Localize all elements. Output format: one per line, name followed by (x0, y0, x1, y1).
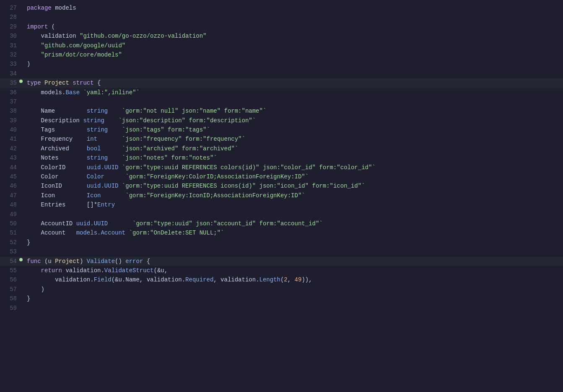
line-code: ) (23, 285, 563, 294)
line-number: 35 (0, 78, 23, 88)
code-line: 40 Tags string `json:"tags" form:"tags"` (0, 125, 563, 134)
line-code: validation "github.com/go-ozzo/ozzo-vali… (23, 31, 563, 41)
line-number: 28 (0, 13, 23, 22)
line-number: 55 (0, 266, 23, 275)
line-number: 42 (0, 144, 23, 153)
code-line: 58} (0, 294, 563, 303)
line-code: models.Base `yaml:",inline"` (23, 88, 563, 97)
code-line: 27package models (0, 3, 563, 13)
code-line: 59 (0, 304, 563, 313)
line-number: 50 (0, 219, 23, 228)
code-line: 55 return validation.ValidateStruct(&u, (0, 266, 563, 275)
code-line: 29import ( (0, 22, 563, 31)
code-line: 51 Account models.Account `gorm:"OnDelet… (0, 228, 563, 237)
code-line: 45 Color Color `gorm:"ForeignKey:ColorID… (0, 172, 563, 181)
line-number: 56 (0, 275, 23, 284)
line-number: 52 (0, 238, 23, 247)
code-line: 52} (0, 238, 563, 247)
line-code: Color Color `gorm:"ForeignKey:ColorID;As… (23, 172, 563, 181)
line-number: 46 (0, 181, 23, 191)
line-code: Tags string `json:"tags" form:"tags"` (23, 125, 563, 134)
line-code: } (23, 238, 563, 247)
line-number: 33 (0, 59, 23, 69)
line-number: 54 (0, 257, 23, 266)
code-line: 38 Name string `gorm:"not null" json:"na… (0, 106, 563, 116)
code-line: 36 models.Base `yaml:",inline"` (0, 88, 563, 97)
line-number: 57 (0, 285, 23, 294)
code-line: 42 Archived bool `json:"archived" form:"… (0, 144, 563, 153)
code-line: 50 AccountID uuid.UUID `gorm:"type:uuid"… (0, 219, 563, 228)
line-number: 43 (0, 153, 23, 162)
line-number: 38 (0, 106, 23, 116)
line-code: IconID uuid.UUID `gorm:"type:uuid REFERE… (23, 181, 563, 191)
line-code: Account models.Account `gorm:"OnDelete:S… (23, 228, 563, 237)
code-line: 37 (0, 97, 563, 106)
line-number: 30 (0, 31, 23, 41)
line-code: return validation.ValidateStruct(&u, (23, 266, 563, 275)
line-number: 41 (0, 134, 23, 144)
line-code: ColorID uuid.UUID `gorm:"type:uuid REFER… (23, 163, 563, 172)
line-number: 48 (0, 200, 23, 209)
line-code: "github.com/google/uuid" (23, 41, 563, 50)
line-number: 53 (0, 247, 23, 256)
line-code: ) (23, 59, 563, 69)
code-line: 33) (0, 59, 563, 69)
line-code: Entries []*Entry (23, 200, 563, 209)
line-code: Frequency int `json:"frequency" form:"fr… (23, 134, 563, 144)
line-number: 49 (0, 210, 23, 219)
line-number: 59 (0, 304, 23, 313)
line-number: 44 (0, 163, 23, 172)
line-number: 36 (0, 88, 23, 97)
line-number: 51 (0, 228, 23, 237)
code-line: 54func (u Project) Validate() error { (0, 257, 563, 266)
code-line: 32 "prism/dot/core/models" (0, 50, 563, 59)
code-line: 28 (0, 13, 563, 22)
line-number: 29 (0, 22, 23, 31)
line-number: 37 (0, 97, 23, 106)
line-code: package models (23, 3, 563, 13)
line-number: 31 (0, 41, 23, 50)
line-number: 58 (0, 294, 23, 303)
line-code: Name string `gorm:"not null" json:"name"… (23, 106, 563, 116)
line-number: 39 (0, 116, 23, 125)
code-line: 47 Icon Icon `gorm:"ForeignKey:IconID;As… (0, 191, 563, 200)
line-number: 32 (0, 50, 23, 59)
line-code: Archived bool `json:"archived" form:"arc… (23, 144, 563, 153)
line-code: Notes string `json:"notes" form:"notes"` (23, 153, 563, 162)
code-line: 31 "github.com/google/uuid" (0, 41, 563, 50)
code-line: 46 IconID uuid.UUID `gorm:"type:uuid REF… (0, 181, 563, 191)
code-editor: 27package models2829import (30 validatio… (0, 0, 563, 392)
line-code: Icon Icon `gorm:"ForeignKey:IconID;Assoc… (23, 191, 563, 200)
code-line: 44 ColorID uuid.UUID `gorm:"type:uuid RE… (0, 163, 563, 172)
line-code: import ( (23, 22, 563, 31)
line-code: Description string `json:"description" f… (23, 116, 563, 125)
line-code: validation.Field(&u.Name, validation.Req… (23, 275, 563, 284)
line-code: AccountID uuid.UUID `gorm:"type:uuid" js… (23, 219, 563, 228)
code-line: 41 Frequency int `json:"frequency" form:… (0, 134, 563, 144)
line-number: 45 (0, 172, 23, 181)
code-line: 43 Notes string `json:"notes" form:"note… (0, 153, 563, 162)
code-line: 57 ) (0, 285, 563, 294)
line-number: 40 (0, 125, 23, 134)
code-line: 34 (0, 69, 563, 78)
code-line: 56 validation.Field(&u.Name, validation.… (0, 275, 563, 284)
code-line: 48 Entries []*Entry (0, 200, 563, 209)
line-number: 34 (0, 69, 23, 78)
line-code: func (u Project) Validate() error { (23, 257, 563, 266)
line-code: "prism/dot/core/models" (23, 50, 563, 59)
code-line: 49 (0, 210, 563, 219)
line-code: type Project struct { (23, 78, 563, 88)
code-line: 30 validation "github.com/go-ozzo/ozzo-v… (0, 31, 563, 41)
line-number: 27 (0, 3, 23, 13)
code-line: 53 (0, 247, 563, 256)
code-line: 39 Description string `json:"description… (0, 116, 563, 125)
line-code: } (23, 294, 563, 303)
line-number: 47 (0, 191, 23, 200)
code-line: 35type Project struct { (0, 78, 563, 88)
